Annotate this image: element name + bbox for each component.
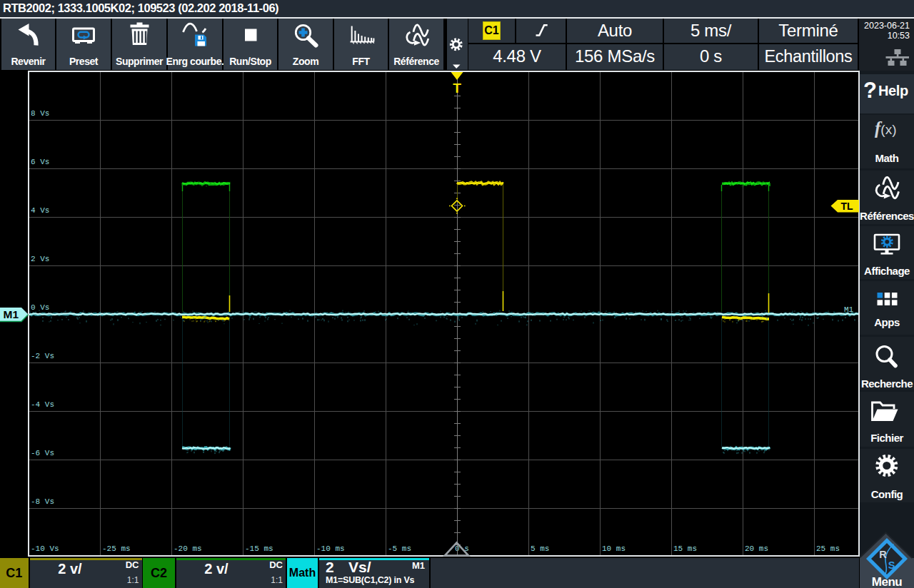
svg-text:S: S [888, 559, 895, 571]
svg-text:R: R [879, 549, 887, 560]
svg-text:TL: TL [840, 201, 853, 212]
svg-text:T: T [453, 81, 461, 96]
svg-text:M1: M1 [4, 308, 19, 320]
